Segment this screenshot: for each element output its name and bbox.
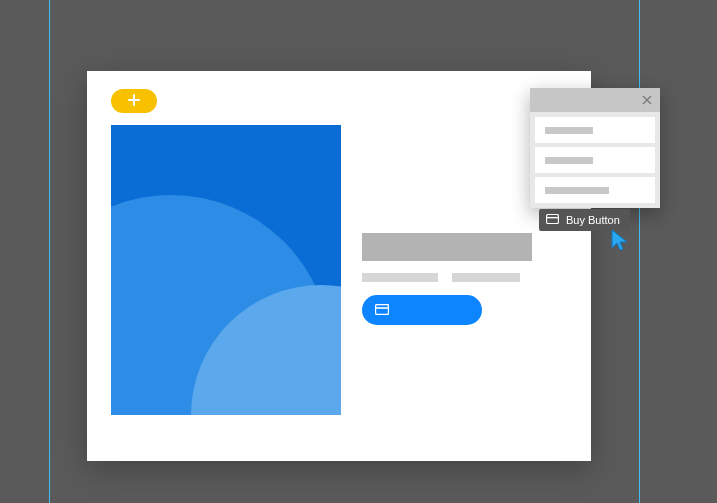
svg-rect-2 (547, 214, 559, 223)
plus-icon (128, 92, 140, 110)
panel-item[interactable] (535, 147, 655, 173)
text-placeholder (362, 273, 438, 282)
guide-line-left (49, 0, 50, 503)
card-icon (375, 301, 389, 319)
design-canvas[interactable] (87, 71, 591, 461)
card-icon (546, 214, 559, 226)
item-label-placeholder (545, 157, 593, 164)
title-placeholder (362, 233, 532, 261)
item-label-placeholder (545, 127, 593, 134)
product-image-placeholder[interactable] (111, 125, 341, 415)
panel-item-list (530, 112, 660, 208)
panel-item[interactable] (535, 117, 655, 143)
add-button[interactable] (111, 89, 157, 113)
svg-rect-0 (376, 305, 389, 315)
panel-header (530, 88, 660, 112)
text-placeholder (452, 273, 520, 282)
guide-line-right (639, 0, 640, 503)
panel-item[interactable] (535, 177, 655, 203)
add-element-panel[interactable] (530, 88, 660, 208)
buy-button[interactable] (362, 295, 482, 325)
item-label-placeholder (545, 187, 609, 194)
tooltip-label: Buy Button (566, 214, 620, 226)
cursor-icon (610, 228, 630, 254)
close-icon[interactable] (642, 91, 652, 109)
